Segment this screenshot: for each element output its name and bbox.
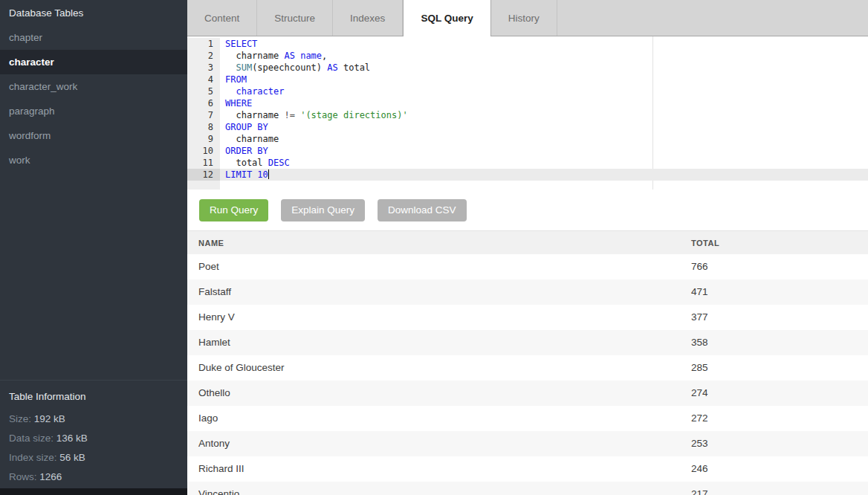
line-number: 8 (187, 121, 220, 133)
sidebar-title: Database Tables (0, 0, 187, 25)
table-info-rows: Size: 192 kBData size: 136 kBIndex size:… (0, 410, 187, 487)
tab-indexes[interactable]: Indexes (333, 0, 403, 36)
table-row: Othello274 (187, 381, 868, 406)
code-text: ORDER BY (220, 145, 268, 157)
info-row-size-: Size: 192 kB (0, 410, 187, 429)
code-text: charname (220, 133, 279, 145)
code-line: 8GROUP BY (187, 121, 868, 133)
line-number: 4 (187, 74, 220, 85)
cell-total: 246 (680, 456, 868, 482)
sidebar-item-character-work[interactable]: character_work (0, 74, 187, 99)
cell-total: 766 (680, 254, 868, 279)
cell-total: 358 (680, 330, 868, 355)
code-line: 2 charname AS name, (187, 50, 868, 62)
code-line: 10ORDER BY (187, 145, 868, 157)
info-value: 192 kB (31, 413, 65, 424)
tab-structure[interactable]: Structure (257, 0, 333, 36)
table-row: Falstaff471 (187, 279, 868, 305)
code-line: 6WHERE (187, 97, 868, 109)
sidebar-item-wordform[interactable]: wordform (0, 123, 187, 148)
line-number: 6 (187, 97, 220, 109)
line-number: 5 (187, 85, 220, 97)
table-info-title: Table Information (0, 383, 187, 410)
code-token: AS (284, 51, 294, 61)
tab-history[interactable]: History (491, 0, 557, 36)
info-label: Size: (9, 413, 31, 424)
code-token: GROUP BY (225, 122, 268, 132)
sidebar-item-paragraph[interactable]: paragraph (0, 99, 187, 123)
code-token: != (284, 110, 294, 120)
info-label: Rows: (9, 471, 37, 482)
gutter-filler (187, 181, 220, 190)
cell-name: Henry V (187, 305, 680, 330)
results-table: NAME TOTAL Poet766Falstaff471Henry V377H… (187, 230, 868, 495)
cell-name: Antony (187, 431, 680, 456)
cell-total: 285 (680, 355, 868, 381)
cell-total: 217 (680, 482, 868, 495)
code-text: charname AS name, (220, 50, 327, 62)
line-number: 12 (187, 169, 220, 181)
line-number: 10 (187, 145, 220, 157)
line-number: 7 (187, 109, 220, 121)
line-number: 9 (187, 133, 220, 145)
cell-total: 272 (680, 406, 868, 431)
sidebar-item-chapter[interactable]: chapter (0, 25, 187, 50)
code-text: total DESC (220, 157, 290, 169)
explain-query-button[interactable]: Explain Query (281, 199, 365, 221)
code-token: FROM (225, 74, 247, 85)
line-number: 1 (187, 38, 220, 50)
tab-sql-query[interactable]: SQL Query (403, 0, 490, 36)
tab-content[interactable]: Content (187, 0, 257, 36)
query-actions: Run QueryExplain QueryDownload CSV (187, 190, 868, 230)
code-token: '(stage directions)' (300, 110, 408, 120)
table-row: Antony253 (187, 431, 868, 456)
cell-name: Vincentio (187, 482, 680, 495)
code-text: LIMIT 10 (220, 169, 269, 181)
code-line: 4FROM (187, 74, 868, 85)
table-row: Duke of Gloucester285 (187, 355, 868, 381)
info-row-data-size-: Data size: 136 kB (0, 429, 187, 448)
info-label: Data size: (9, 433, 54, 444)
code-token: WHERE (225, 98, 252, 109)
code-token: charname (225, 134, 279, 144)
code-text: GROUP BY (220, 121, 268, 133)
main-panel: ContentStructureIndexesSQL QueryHistory … (187, 0, 868, 495)
code-token: DESC (268, 158, 290, 168)
code-token: ORDER BY (225, 146, 268, 156)
info-row-rows-: Rows: 1266 (0, 468, 187, 487)
code-token: charname (225, 51, 284, 61)
code-token: name (300, 51, 322, 61)
results-area: NAME TOTAL Poet766Falstaff471Henry V377H… (187, 230, 868, 495)
text-cursor (268, 169, 269, 179)
code-line: 1SELECT (187, 38, 868, 50)
code-token: total (225, 158, 268, 168)
code-line: 3 SUM(speechcount) AS total (187, 62, 868, 74)
cell-name: Othello (187, 381, 680, 406)
code-token: total (338, 62, 370, 73)
sidebar-item-work[interactable]: work (0, 148, 187, 172)
app-window: Database Tables chaptercharactercharacte… (0, 0, 868, 495)
table-row: Henry V377 (187, 305, 868, 330)
cell-name: Richard III (187, 456, 680, 482)
code-lines: 1SELECT2 charname AS name,3 SUM(speechco… (187, 38, 868, 181)
sql-query-editor[interactable]: 1SELECT2 charname AS name,3 SUM(speechco… (187, 36, 868, 190)
code-token: SUM (236, 62, 252, 73)
line-number: 11 (187, 157, 220, 169)
code-token: 10 (257, 169, 268, 180)
table-row: Iago272 (187, 406, 868, 431)
table-row: Hamlet358 (187, 330, 868, 355)
code-line: 7 charname != '(stage directions)' (187, 109, 868, 121)
table-list: chaptercharactercharacter_workparagraphw… (0, 25, 187, 172)
code-token: charname (225, 110, 284, 120)
code-token: character (236, 86, 284, 97)
code-text: WHERE (220, 97, 252, 109)
info-value: 56 kB (57, 452, 85, 463)
results-header-row: NAME TOTAL (187, 231, 868, 255)
code-token (225, 62, 236, 73)
run-query-button[interactable]: Run Query (199, 199, 268, 221)
cell-total: 471 (680, 279, 868, 305)
code-line: 11 total DESC (187, 157, 868, 169)
code-text: SELECT (220, 38, 257, 50)
download-csv-button[interactable]: Download CSV (378, 199, 467, 221)
sidebar-item-character[interactable]: character (0, 50, 187, 74)
